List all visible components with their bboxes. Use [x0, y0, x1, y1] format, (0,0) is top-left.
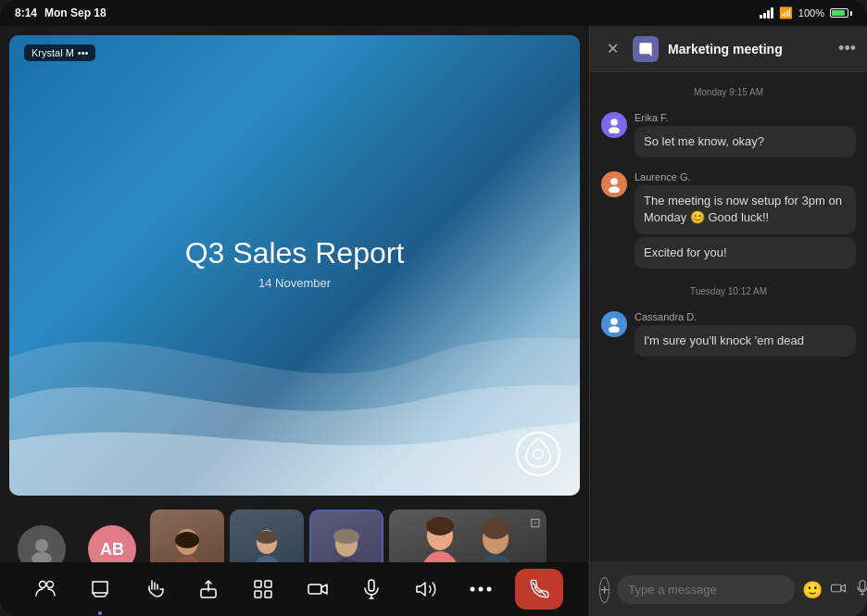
svg-point-9 [256, 531, 278, 544]
svg-point-34 [610, 178, 618, 185]
chat-input-area: + 🙂 [590, 562, 867, 616]
svg-point-18 [482, 517, 509, 539]
slide-date: 14 November [185, 276, 405, 290]
krystal-label: Krystal M ••• [24, 44, 95, 61]
timestamp-monday: Monday 9:15 AM [601, 87, 856, 97]
krystal-more[interactable]: ••• [78, 47, 89, 58]
chat-panel-icon [633, 36, 659, 62]
laurence-chat-avatar [601, 171, 627, 197]
raise-hand-button[interactable] [134, 569, 175, 610]
krystal-name: Krystal M [31, 47, 74, 58]
cassandra-avatar [601, 311, 627, 337]
svg-point-19 [40, 582, 46, 588]
svg-point-35 [609, 186, 620, 193]
svg-rect-22 [255, 581, 261, 587]
svg-point-2 [35, 539, 48, 552]
slide-title: Q3 Sales Report [185, 236, 405, 270]
apps-button[interactable] [243, 569, 283, 610]
message-erika: Erika F. So let me know, okay? [601, 112, 856, 160]
chat-more-button[interactable]: ••• [838, 39, 856, 58]
wifi-icon: 📶 [779, 6, 793, 19]
speaker-button[interactable] [406, 569, 446, 610]
svg-point-28 [470, 587, 474, 592]
svg-point-29 [478, 587, 483, 592]
status-time: 8:14 [15, 6, 37, 19]
message-laurence: Laurence G. The meeting is now setup for… [601, 171, 856, 271]
svg-rect-26 [308, 585, 321, 594]
end-call-button[interactable] [515, 569, 563, 610]
presentation-area: Q3 Sales Report 14 November Krystal M ••… [0, 26, 589, 616]
laurence-content: Laurence G. The meeting is now setup for… [635, 171, 856, 271]
svg-point-6 [175, 532, 199, 548]
erika-bubble-1: So let me know, okay? [635, 126, 856, 157]
status-bar: 8:14 Mon Sep 18 📶 100% [0, 0, 867, 26]
chat-panel: ✕ Marketing meeting ••• Monday 9:15 AM E… [589, 26, 867, 616]
cassandra-bubble-1: I'm sure you'll knock 'em dead [635, 325, 856, 357]
main-area: Q3 Sales Report 14 November Krystal M ••… [0, 26, 867, 616]
svg-point-20 [47, 582, 54, 588]
status-indicators: 📶 100% [760, 6, 852, 19]
toolbar [0, 562, 588, 616]
svg-point-12 [333, 529, 359, 544]
cassandra-content: Cassandra D. I'm sure you'll knock 'em d… [635, 311, 856, 359]
chat-header: ✕ Marketing meeting ••• [590, 26, 867, 72]
slide-content: Q3 Sales Report 14 November [185, 236, 405, 290]
chat-camera-button[interactable] [830, 580, 847, 600]
people-button[interactable] [25, 569, 66, 610]
share-button[interactable] [188, 569, 229, 610]
slide-container: Q3 Sales Report 14 November Krystal M ••… [9, 35, 580, 496]
laurence-bubble-1: The meeting is now setup for 3pm on Mond… [635, 185, 856, 233]
battery-icon [830, 8, 852, 18]
cassandra-sender: Cassandra D. [635, 311, 856, 322]
chat-add-button[interactable]: + [599, 577, 609, 603]
chat-title: Marketing meeting [668, 42, 829, 57]
svg-line-31 [532, 583, 546, 597]
emoji-button[interactable]: 🙂 [802, 580, 823, 600]
more-button[interactable] [460, 569, 501, 610]
erika-avatar [601, 112, 627, 138]
laurence-sender: Laurence G. [635, 171, 856, 182]
erika-content: Erika F. So let me know, okay? [635, 112, 856, 160]
signal-icon [760, 7, 773, 19]
message-cassandra: Cassandra D. I'm sure you'll knock 'em d… [601, 311, 856, 359]
chat-message-input[interactable] [617, 575, 795, 604]
capture-icon[interactable]: ⊡ [530, 515, 541, 530]
chat-button[interactable] [80, 569, 120, 610]
status-date: Mon Sep 18 [44, 6, 107, 19]
erika-sender: Erika F. [635, 112, 856, 123]
svg-rect-27 [369, 580, 374, 591]
chat-audio-button[interactable] [854, 580, 867, 600]
svg-point-15 [426, 517, 454, 535]
svg-point-33 [609, 127, 620, 133]
laurence-bubble-2: Excited for you! [635, 237, 856, 269]
svg-point-32 [610, 119, 618, 126]
chat-messages: Monday 9:15 AM Erika F. So let me know, … [590, 72, 867, 562]
mic-button[interactable] [351, 569, 392, 610]
svg-point-30 [486, 587, 491, 592]
svg-rect-25 [265, 591, 271, 597]
svg-rect-38 [832, 585, 842, 592]
svg-rect-24 [255, 591, 261, 597]
video-button[interactable] [297, 569, 338, 610]
svg-point-37 [609, 326, 620, 333]
timestamp-tuesday: Tuesday 10:12 AM [601, 286, 856, 296]
svg-point-36 [610, 318, 618, 325]
battery-percent: 100% [798, 7, 824, 19]
svg-point-1 [534, 449, 543, 459]
slide-logo [515, 431, 561, 477]
chat-close-button[interactable]: ✕ [601, 38, 623, 60]
svg-rect-23 [265, 581, 271, 587]
